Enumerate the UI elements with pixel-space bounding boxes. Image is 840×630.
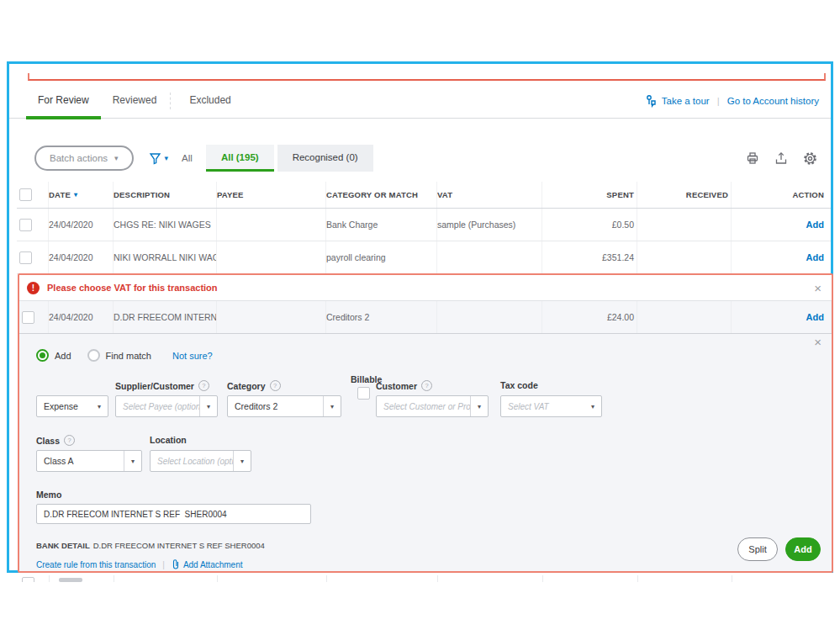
take-a-tour-label: Take a tour	[662, 96, 710, 106]
category-select[interactable]: Creditors 2 ▾	[227, 395, 341, 417]
not-sure-link[interactable]: Not sure?	[172, 351, 213, 361]
tab-separator	[170, 93, 171, 109]
caret-down-icon: ▾	[470, 396, 488, 416]
cell-vat	[437, 301, 542, 333]
class-label: Class ?	[36, 435, 75, 446]
bank-detail-label: BANK DETAIL	[36, 541, 90, 550]
table-row[interactable]: 24/04/2020 NIKI WORRALL NIKI WAGES payro…	[17, 241, 831, 274]
add-action-link[interactable]: Add	[806, 312, 824, 322]
radio-add[interactable]	[36, 349, 49, 362]
filter-button[interactable]: ▾	[149, 152, 169, 165]
export-icon[interactable]	[774, 151, 788, 165]
error-icon: !	[27, 282, 40, 294]
filter-caret-icon: ▾	[165, 154, 169, 162]
memo-input[interactable]	[36, 504, 311, 524]
supplier-customer-label: Supplier/Customer ?	[115, 380, 209, 391]
take-a-tour-link[interactable]: Take a tour	[644, 94, 710, 108]
create-rule-link[interactable]: Create rule from this transaction	[36, 560, 156, 569]
cell-payee	[217, 301, 326, 333]
expanded-transaction-panel: ! Please choose VAT for this transaction…	[18, 273, 833, 573]
print-icon[interactable]	[746, 151, 759, 165]
cell-description: CHGS RE: NIKI WAGES	[114, 209, 217, 241]
row-checkbox[interactable]	[22, 311, 34, 324]
chip-recognised[interactable]: Recognised (0)	[277, 145, 373, 172]
col-description: DESCRIPTION	[114, 182, 217, 208]
links-divider: |	[717, 96, 720, 106]
cell-vat: sample (Purchases)	[437, 209, 542, 241]
batch-actions-button[interactable]: Batch actions ▾	[34, 146, 134, 171]
memo-label: Memo	[36, 490, 61, 500]
selected-transaction-row[interactable]: 24/04/2020 D.DR FREECOM INTERNET S REF S…	[19, 301, 832, 334]
cell-spent: £351.24	[542, 241, 637, 273]
filter-all-label: All	[182, 153, 193, 163]
info-icon: ?	[421, 380, 432, 391]
go-to-account-history-link[interactable]: Go to Account history	[727, 96, 819, 106]
form-footer-links: Create rule from this transaction | Add …	[36, 559, 243, 569]
links-divider: |	[162, 560, 165, 569]
tax-code-label: Tax code	[500, 380, 538, 390]
billable-checkbox[interactable]	[357, 387, 370, 400]
col-action: ACTION	[732, 182, 831, 208]
transaction-type-select[interactable]: Expense ▾	[36, 395, 108, 417]
customer-label: Customer ?	[376, 380, 432, 391]
filter-chips: All (195) Recognised (0)	[206, 145, 373, 172]
split-button[interactable]: Split	[737, 537, 778, 561]
bank-detail: BANK DETAILD.DR FREECOM INTERNET S REF S…	[36, 541, 265, 550]
category-label: Category ?	[227, 380, 281, 391]
col-received: RECEIVED	[637, 182, 732, 208]
match-mode-radios: Add Find match Not sure?	[36, 349, 213, 362]
info-icon: ?	[64, 435, 75, 446]
caret-down-icon: ▾	[199, 396, 217, 416]
cell-vat	[437, 241, 542, 273]
add-button[interactable]: Add	[785, 537, 821, 561]
close-banner-icon[interactable]: ×	[814, 282, 822, 294]
radio-find-match[interactable]	[87, 349, 100, 362]
tab-for-review[interactable]: For Review	[26, 94, 101, 118]
add-action-link[interactable]: Add	[806, 220, 824, 230]
select-all-checkbox[interactable]	[19, 188, 32, 201]
clipped-cell-content	[59, 578, 82, 582]
location-select[interactable]: Select Location (optional) ▾	[150, 450, 251, 472]
cell-received	[637, 241, 732, 273]
add-attachment-link[interactable]: Add Attachment	[172, 559, 243, 569]
tab-reviewed[interactable]: Reviewed	[101, 94, 169, 118]
location-label: Location	[150, 435, 187, 445]
caret-down-icon: ▾	[114, 154, 119, 162]
sort-caret-icon: ▾	[74, 191, 77, 199]
class-select[interactable]: Class A ▾	[36, 450, 142, 472]
table-header-row: DATE ▾ DESCRIPTION PAYEE CATEGORY OR MAT…	[17, 182, 831, 209]
tab-excluded[interactable]: Excluded	[177, 94, 242, 118]
row-checkbox[interactable]	[22, 577, 34, 582]
row-checkbox[interactable]	[19, 219, 32, 231]
table-row[interactable]: 24/04/2020 CHGS RE: NIKI WAGES Bank Char…	[17, 209, 831, 241]
cell-payee	[217, 241, 326, 273]
cell-spent: £0.50	[542, 209, 637, 241]
col-date[interactable]: DATE ▾	[49, 182, 114, 208]
info-icon: ?	[270, 380, 281, 391]
cell-category: Creditors 2	[326, 301, 437, 333]
funnel-icon	[149, 152, 161, 165]
radio-add-label: Add	[55, 351, 71, 361]
close-form-icon[interactable]: ×	[814, 336, 822, 348]
caret-down-icon: ▾	[323, 396, 341, 416]
chip-all[interactable]: All (195)	[206, 145, 274, 172]
clipped-next-row	[17, 575, 831, 582]
caret-down-icon: ▾	[233, 451, 251, 471]
col-spent: SPENT	[542, 182, 637, 208]
row-checkbox[interactable]	[19, 251, 32, 264]
settings-gear-icon[interactable]	[803, 151, 817, 166]
transactions-table: DATE ▾ DESCRIPTION PAYEE CATEGORY OR MAT…	[17, 182, 831, 274]
col-payee: PAYEE	[217, 182, 326, 208]
add-action-link[interactable]: Add	[806, 252, 824, 262]
cell-received	[637, 301, 732, 333]
customer-select[interactable]: Select Customer or Project (option ▾	[376, 395, 489, 417]
tour-icon	[644, 94, 658, 108]
caret-down-icon: ▾	[584, 396, 601, 416]
cell-spent: £24.00	[542, 301, 637, 333]
col-vat: VAT	[437, 182, 542, 208]
info-icon: ?	[198, 380, 209, 391]
tax-code-select[interactable]: Select VAT ▾	[500, 395, 602, 417]
review-tabs: For Review Reviewed Excluded	[9, 64, 831, 119]
supplier-customer-select[interactable]: Select Payee (optional) ▾	[115, 395, 218, 417]
header-links: Take a tour | Go to Account history	[644, 94, 819, 108]
